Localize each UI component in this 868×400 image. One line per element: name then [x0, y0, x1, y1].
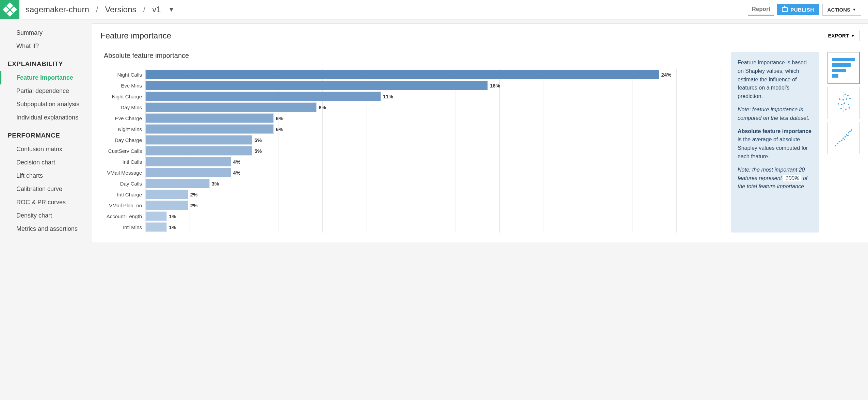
bar-row: 16% [145, 80, 723, 91]
sidebar-item-whatif[interactable]: What if? [0, 39, 92, 53]
svg-rect-1 [832, 63, 851, 67]
bar[interactable] [145, 135, 252, 145]
export-button[interactable]: EXPORT ▼ [823, 30, 860, 41]
scatter-icon [832, 126, 856, 150]
feature-importance-chart: Night CallsEve MinsNight ChargeDay MinsE… [100, 69, 723, 233]
sidebar: Summary What if? EXPLAINABILITY Feature … [0, 19, 92, 242]
bar-value: 6% [276, 115, 283, 121]
chart-title: Absolute feature importance [100, 52, 723, 60]
sidebar-item-lift-charts[interactable]: Lift charts [0, 169, 92, 182]
app-header: sagemaker-churn / Versions / v1 ▼ Report… [0, 0, 868, 19]
svg-rect-3 [832, 74, 838, 78]
chevron-down-icon[interactable]: ▼ [168, 6, 175, 13]
bar[interactable] [145, 179, 210, 188]
bar-value: 2% [190, 192, 198, 197]
chart-type-thumbnails [827, 52, 860, 233]
bar-value: 11% [383, 94, 393, 99]
bar-label: Intl Mins [104, 222, 145, 233]
bar-label: Day Calls [104, 178, 145, 189]
actions-button[interactable]: ACTIONS ▼ [822, 4, 861, 16]
svg-point-22 [842, 138, 844, 139]
svg-point-24 [846, 134, 847, 135]
bar-label: Night Charge [104, 91, 145, 102]
bar-row: 24% [145, 69, 723, 80]
bar[interactable] [145, 168, 231, 177]
bar[interactable] [145, 102, 317, 112]
bar-value: 4% [233, 170, 241, 176]
sidebar-item-roc-pr[interactable]: ROC & PR curves [0, 196, 92, 209]
sidebar-item-subpopulation[interactable]: Subpopulation analysis [0, 98, 92, 111]
bar[interactable] [145, 70, 659, 79]
bar[interactable] [145, 222, 167, 232]
thumb-beeswarm[interactable] [827, 87, 860, 119]
bar-row: 1% [145, 222, 723, 233]
breadcrumb-item[interactable]: Versions [105, 5, 136, 14]
bar-value: 5% [254, 137, 262, 143]
svg-point-8 [842, 99, 844, 100]
publish-label: PUBLISH [790, 7, 814, 13]
svg-point-20 [839, 141, 840, 142]
bar-label: Intl Calls [104, 156, 145, 167]
bar-row: 2% [145, 200, 723, 211]
thumb-bar-chart[interactable] [827, 52, 860, 84]
tab-report[interactable]: Report [748, 4, 774, 16]
breadcrumb-separator: / [96, 5, 98, 14]
bar[interactable] [145, 81, 488, 90]
bar-label: CustServ Calls [104, 145, 145, 156]
bar-value: 1% [169, 224, 176, 230]
svg-point-27 [849, 131, 851, 132]
sidebar-section-performance: PERFORMANCE [0, 124, 92, 143]
bar-row: 1% [145, 211, 723, 222]
header-actions: Report PUBLISH ACTIONS ▼ [748, 0, 868, 19]
sidebar-item-confusion-matrix[interactable]: Confusion matrix [0, 143, 92, 156]
page-title: Feature importance [100, 31, 171, 41]
bar-row: 11% [145, 91, 723, 102]
chart-column: Absolute feature importance Night CallsE… [100, 52, 723, 233]
logo-icon [2, 2, 17, 17]
bar-row: 6% [145, 124, 723, 134]
svg-point-5 [845, 94, 846, 95]
bar[interactable] [145, 157, 231, 166]
brand-logo[interactable] [0, 0, 19, 19]
sidebar-item-feature-importance[interactable]: Feature importance [0, 71, 92, 84]
export-label: EXPORT [828, 33, 849, 38]
sidebar-item-metrics-assertions[interactable]: Metrics and assertions [0, 222, 92, 236]
bar-label: VMail Plan_no [104, 200, 145, 211]
svg-point-14 [848, 104, 849, 105]
bar-label: Intl Charge [104, 189, 145, 200]
sidebar-item-individual-explanations[interactable]: Individual explanations [0, 111, 92, 124]
chevron-down-icon: ▼ [852, 7, 856, 12]
bar[interactable] [145, 211, 167, 221]
info-percentage: 100% [783, 175, 801, 181]
sidebar-item-calibration-curve[interactable]: Calibration curve [0, 182, 92, 196]
thumb-scatter[interactable] [827, 122, 860, 154]
svg-point-13 [844, 102, 845, 104]
bar-value: 8% [319, 105, 326, 110]
bar[interactable] [145, 92, 381, 101]
actions-label: ACTIONS [827, 7, 851, 13]
svg-point-25 [848, 132, 849, 133]
sidebar-item-summary[interactable]: Summary [0, 26, 92, 39]
bar[interactable] [145, 113, 274, 123]
bar[interactable] [145, 124, 274, 134]
bar[interactable] [145, 201, 188, 210]
svg-point-23 [845, 136, 846, 138]
breadcrumb-item[interactable]: v1 [152, 5, 161, 14]
publish-button[interactable]: PUBLISH [777, 4, 819, 15]
bar-label: Night Calls [104, 69, 145, 80]
svg-point-18 [835, 145, 836, 146]
bar-value: 3% [212, 181, 219, 187]
bar-value: 16% [490, 83, 500, 89]
sidebar-item-partial-dependence[interactable]: Partial dependence [0, 84, 92, 98]
bar[interactable] [145, 146, 252, 156]
bar[interactable] [145, 190, 188, 199]
sidebar-item-density-chart[interactable]: Density chart [0, 209, 92, 222]
info-note: Note: feature importance is computed on … [738, 106, 813, 123]
publish-icon [782, 7, 788, 12]
breadcrumb-item[interactable]: sagemaker-churn [26, 5, 89, 14]
dot-chart-icon [832, 91, 856, 115]
bar-value: 4% [233, 159, 241, 165]
bar-value: 1% [169, 213, 176, 219]
bar-label: Night Mins [104, 124, 145, 134]
sidebar-item-decision-chart[interactable]: Decision chart [0, 156, 92, 169]
